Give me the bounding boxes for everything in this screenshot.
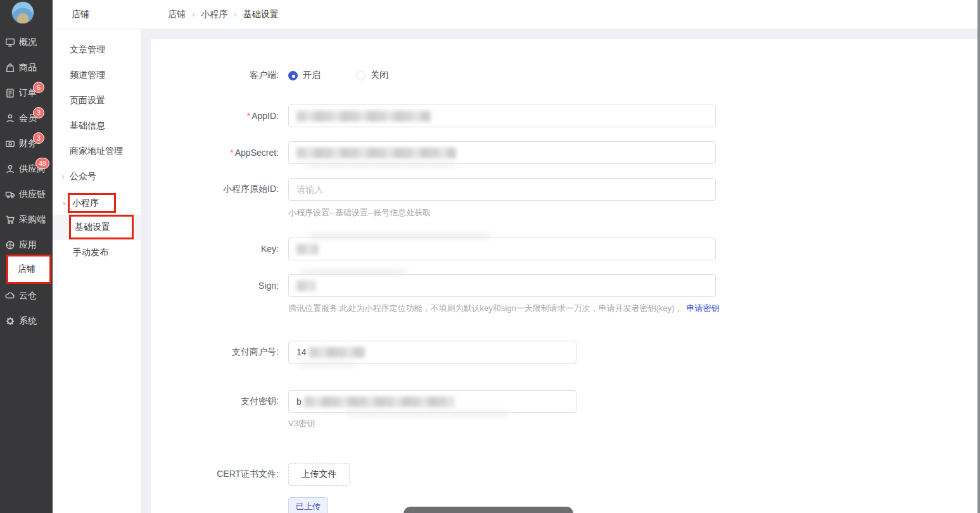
cert-row: CERT证书文件: 上传文件 [151,463,977,486]
appsecret-input[interactable] [288,141,716,164]
pay-secret-label: 支付密钥: [151,396,279,407]
sign-row: Sign: [151,274,977,297]
sidebar-item-label: 概况 [19,37,37,48]
sidebar-item-label: 商品 [19,62,37,73]
sidebar-item-cloud-warehouse[interactable]: 云仓 [0,283,53,308]
submenu-item-page-settings[interactable]: 页面设置 [53,88,141,113]
submenu-item-official-account[interactable]: › 公众号 [53,164,141,189]
original-id-help: 小程序设置--基础设置--账号信息处获取 [288,207,431,218]
annotation-box-basic-settings: 基础设置 [69,215,134,239]
sidebar-item-label: 云仓 [19,290,37,301]
masked-value [304,396,455,407]
annotation-box-shop: 店铺 [6,255,51,284]
breadcrumb: 店铺 › 小程序 › 基础设置 [141,0,977,28]
sidebar-item-orders[interactable]: 订单 6 [0,80,53,106]
pay-secret-help: V3密钥 [288,418,315,429]
masked-value [296,281,315,291]
cloud-warehouse-icon [5,291,15,301]
bottom-overlay-bar [404,507,573,513]
pay-secret-input[interactable]: b [288,390,576,413]
key-row: Key: [151,238,977,260]
sign-help: 腾讯位置服务:此处为小程序定位功能，不填则为默认key和sign一天限制请求一万… [288,303,720,314]
goods-icon [5,63,15,73]
uploaded-tag[interactable]: 已上传 [288,497,328,513]
window-scrollbar[interactable] [977,0,980,513]
supplier-icon [5,164,15,174]
sidebar-item-finance[interactable]: 财务 3 [0,131,53,156]
appid-label: *AppID: [151,111,279,121]
supplier-badge: 49 [35,158,49,169]
submenu-item-manual-publish[interactable]: 手动发布 [53,240,141,265]
breadcrumb-separator: › [192,10,194,19]
members-badge: 3 [33,107,44,118]
client-label: 客户端: [151,70,279,81]
original-id-row: 小程序原始ID: [151,178,977,201]
sub-sidebar: 店铺 文章管理 频道管理 页面设置 基础信息 商家地址管理 › 公众号 ⌄ 小程… [53,0,141,513]
sidebar-item-label: 供应链 [19,189,46,200]
breadcrumb-mini-program[interactable]: 小程序 [201,9,227,20]
submenu-item-channels[interactable]: 频道管理 [53,63,141,88]
supply-chain-icon [5,189,15,200]
pay-merchant-label: 支付商户号: [151,346,279,358]
original-id-label: 小程序原始ID: [151,184,279,195]
sidebar-item-label: 应用 [19,239,37,251]
cert-label: CERT证书文件: [151,469,279,480]
sidebar-item-label: 系统 [19,315,37,327]
required-mark: * [247,111,250,121]
key-label: Key: [151,244,279,254]
appid-row: *AppID: [151,104,977,127]
pay-secret-row: 支付密钥: b [151,390,977,413]
appid-input[interactable] [288,104,716,127]
main-nav: 概况 商品 订单 6 会员 3 财务 3 供应商 49 供应链 [0,30,53,334]
masked-value [296,111,431,122]
sidebar-item-apps[interactable]: 应用 [0,232,53,258]
pay-merchant-input[interactable]: 14 [288,341,576,364]
pay-merchant-row: 支付商户号: 14 [151,341,977,364]
submenu-item-merchant-address[interactable]: 商家地址管理 [53,139,141,164]
orders-badge: 6 [33,82,44,93]
original-id-input[interactable] [296,179,708,200]
finance-icon [5,139,15,149]
submenu-item-basic-info[interactable]: 基础信息 [53,113,141,139]
sign-input[interactable] [288,274,716,297]
radio-on-label[interactable]: 开启 [303,70,321,81]
masked-value [309,347,365,358]
sub-sidebar-title: 店铺 [53,0,141,28]
upload-file-button[interactable]: 上传文件 [288,463,350,486]
sidebar-item-label: 采购端 [19,214,46,225]
appsecret-row: *AppSecret: [151,141,977,164]
sidebar-item-supply-chain[interactable]: 供应链 [0,182,53,207]
visible-value-prefix: 14 [296,347,307,357]
client-row: 客户端: 开启 关闭 [151,70,977,81]
sidebar-item-procurement[interactable]: 采购端 [0,207,53,232]
client-radio-group: 开启 关闭 [288,70,388,81]
radio-off[interactable] [356,71,366,80]
sidebar-item-system[interactable]: 系统 [0,308,53,334]
dashboard-icon [5,37,15,48]
sign-label: Sign: [151,281,279,291]
sidebar-item-goods[interactable]: 商品 [0,55,53,80]
breadcrumb-basic-settings: 基础设置 [243,9,279,20]
submenu-item-articles[interactable]: 文章管理 [53,37,141,63]
radio-off-label[interactable]: 关闭 [371,70,388,81]
sidebar-item-supplier[interactable]: 供应商 49 [0,156,53,182]
chevron-right-icon: › [62,172,69,180]
original-id-input-wrap [288,178,716,201]
annotation-box-mini-program: 小程序 [68,193,116,213]
orders-icon [5,88,15,98]
avatar[interactable] [11,1,34,24]
breadcrumb-shop[interactable]: 店铺 [168,9,186,20]
apply-key-link[interactable]: 申请密钥 [687,303,720,313]
required-mark: * [230,148,233,158]
finance-badge: 3 [33,132,44,144]
key-input[interactable] [288,238,716,260]
apps-icon [5,240,15,250]
masked-value [296,244,318,255]
members-icon [5,113,15,124]
settings-form: 客户端: 开启 关闭 *AppID: *AppSecret: 小程序原始ID: [151,39,977,513]
radio-on[interactable] [288,71,298,80]
sidebar-item-members[interactable]: 会员 3 [0,106,53,131]
system-icon [5,316,15,326]
sidebar-item-overview[interactable]: 概况 [0,30,53,55]
appsecret-label: *AppSecret: [151,148,279,158]
